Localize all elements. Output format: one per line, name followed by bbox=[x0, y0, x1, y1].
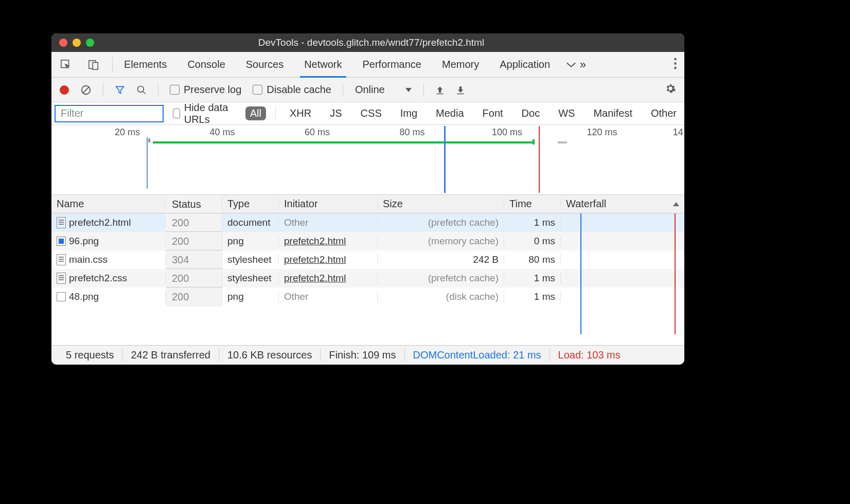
disable-cache-checkbox[interactable]: Disable cache bbox=[253, 84, 331, 96]
request-status: 200 bbox=[166, 213, 222, 232]
svg-point-5 bbox=[674, 66, 677, 69]
filter-chip-doc[interactable]: Doc bbox=[517, 106, 545, 120]
clear-icon[interactable] bbox=[80, 84, 92, 96]
filter-chip-img[interactable]: Img bbox=[396, 106, 422, 120]
col-type[interactable]: Type bbox=[222, 198, 279, 210]
inspect-element-icon[interactable] bbox=[59, 58, 73, 72]
window-title: DevTools - devtools.glitch.me/wndt77/pre… bbox=[94, 37, 684, 48]
filter-chip-media[interactable]: Media bbox=[431, 106, 468, 120]
request-name: 96.png bbox=[69, 236, 99, 247]
timeline-tick: 40 ms bbox=[210, 127, 235, 138]
filter-chip-css[interactable]: CSS bbox=[356, 106, 386, 120]
request-name: main.css bbox=[69, 254, 108, 265]
filter-chip-all[interactable]: All bbox=[245, 106, 266, 120]
tab-memory[interactable]: Memory bbox=[442, 59, 479, 70]
request-initiator: Other bbox=[279, 217, 378, 228]
request-size: 242 B bbox=[378, 254, 504, 265]
sort-asc-icon bbox=[673, 202, 679, 206]
request-size: (prefetch cache) bbox=[378, 217, 504, 228]
file-icon bbox=[57, 273, 66, 284]
col-size[interactable]: Size bbox=[378, 198, 504, 210]
col-status[interactable]: Status bbox=[166, 195, 222, 214]
timeline-overview[interactable]: 20 ms40 ms60 ms80 ms100 ms120 ms14 bbox=[51, 125, 684, 195]
filter-chip-other[interactable]: Other bbox=[646, 106, 681, 120]
svg-point-3 bbox=[674, 58, 677, 60]
download-har-icon[interactable] bbox=[456, 85, 465, 95]
status-resources: 10.6 KB resources bbox=[219, 349, 321, 361]
tab-elements[interactable]: Elements bbox=[124, 59, 167, 70]
request-type: png bbox=[222, 236, 279, 247]
status-transferred: 242 B transferred bbox=[122, 349, 219, 361]
request-name: 48.png bbox=[69, 291, 99, 302]
tab-performance[interactable]: Performance bbox=[363, 59, 422, 70]
svg-line-7 bbox=[83, 86, 90, 93]
timeline-tick: 100 ms bbox=[492, 127, 522, 138]
request-initiator[interactable]: prefetch2.html bbox=[279, 273, 378, 284]
svg-point-8 bbox=[138, 86, 144, 92]
status-load: Load: 103 ms bbox=[550, 349, 629, 361]
timeline-tick: 80 ms bbox=[400, 127, 425, 138]
filter-chip-ws[interactable]: WS bbox=[554, 106, 579, 120]
settings-gear-icon[interactable] bbox=[665, 83, 676, 97]
filter-chip-manifest[interactable]: Manifest bbox=[589, 106, 637, 120]
timeline-tick: 20 ms bbox=[115, 127, 140, 138]
window-titlebar: DevTools - devtools.glitch.me/wndt77/pre… bbox=[51, 33, 684, 52]
request-status: 200 bbox=[166, 231, 222, 251]
filter-input[interactable]: Filter bbox=[55, 105, 164, 122]
request-time: 1 ms bbox=[504, 291, 561, 302]
filter-chip-js[interactable]: JS bbox=[325, 106, 346, 120]
preserve-log-checkbox[interactable]: Preserve log bbox=[170, 84, 241, 96]
filter-bar: Filter Hide data URLs AllXHRJSCSSImgMedi… bbox=[51, 102, 684, 125]
request-status: 200 bbox=[166, 268, 222, 288]
status-bar: 5 requests 242 B transferred 10.6 KB res… bbox=[51, 345, 684, 365]
timeline-tick: 60 ms bbox=[305, 127, 330, 138]
hide-data-urls-checkbox[interactable]: Hide data URLs bbox=[173, 102, 236, 125]
svg-rect-2 bbox=[93, 62, 98, 69]
image-icon bbox=[57, 292, 66, 301]
col-time[interactable]: Time bbox=[504, 198, 561, 210]
col-initiator[interactable]: Initiator bbox=[279, 198, 378, 210]
request-initiator[interactable]: prefetch2.html bbox=[279, 254, 378, 265]
tab-application[interactable]: Application bbox=[500, 59, 550, 70]
filter-chip-font[interactable]: Font bbox=[478, 106, 508, 120]
network-toolbar: Preserve log Disable cache Online bbox=[51, 78, 684, 102]
request-time: 80 ms bbox=[504, 254, 561, 265]
tab-console[interactable]: Console bbox=[187, 59, 225, 70]
devtools-window: DevTools - devtools.glitch.me/wndt77/pre… bbox=[51, 33, 684, 365]
device-toggle-icon[interactable] bbox=[86, 58, 101, 72]
request-size: (prefetch cache) bbox=[378, 273, 504, 284]
devtools-menu-icon[interactable] bbox=[674, 58, 677, 72]
close-window-button[interactable] bbox=[59, 39, 67, 47]
request-time: 0 ms bbox=[504, 236, 561, 247]
timeline-tick: 120 ms bbox=[587, 127, 617, 138]
svg-rect-10 bbox=[436, 93, 444, 94]
throttling-select[interactable]: Online bbox=[355, 83, 412, 96]
svg-line-9 bbox=[143, 91, 146, 94]
status-finish: Finish: 109 ms bbox=[321, 349, 404, 361]
table-header: Name Status Type Initiator Size Time Wat… bbox=[51, 195, 684, 213]
file-icon bbox=[57, 254, 66, 265]
more-tabs-icon[interactable]: » bbox=[565, 58, 586, 71]
request-initiator: Other bbox=[279, 291, 378, 302]
record-button[interactable] bbox=[60, 85, 69, 95]
status-requests: 5 requests bbox=[58, 349, 122, 361]
request-name: prefetch2.css bbox=[69, 273, 127, 284]
request-size: (disk cache) bbox=[378, 291, 504, 302]
col-waterfall[interactable]: Waterfall bbox=[561, 198, 684, 210]
request-status: 200 bbox=[166, 287, 222, 307]
panel-tabs: ElementsConsoleSourcesNetworkPerformance… bbox=[51, 52, 684, 78]
col-name[interactable]: Name bbox=[51, 198, 166, 210]
minimize-window-button[interactable] bbox=[73, 39, 81, 47]
search-icon[interactable] bbox=[136, 85, 147, 95]
tab-network[interactable]: Network bbox=[304, 59, 342, 70]
file-icon bbox=[57, 217, 66, 228]
filter-chip-xhr[interactable]: XHR bbox=[285, 106, 316, 120]
request-initiator[interactable]: prefetch2.html bbox=[279, 236, 378, 247]
request-time: 1 ms bbox=[504, 273, 561, 284]
request-type: stylesheet bbox=[222, 254, 279, 265]
filter-icon[interactable] bbox=[115, 85, 125, 95]
upload-har-icon[interactable] bbox=[435, 85, 445, 95]
maximize-window-button[interactable] bbox=[86, 39, 94, 47]
tab-sources[interactable]: Sources bbox=[246, 59, 284, 70]
svg-point-4 bbox=[674, 62, 677, 65]
